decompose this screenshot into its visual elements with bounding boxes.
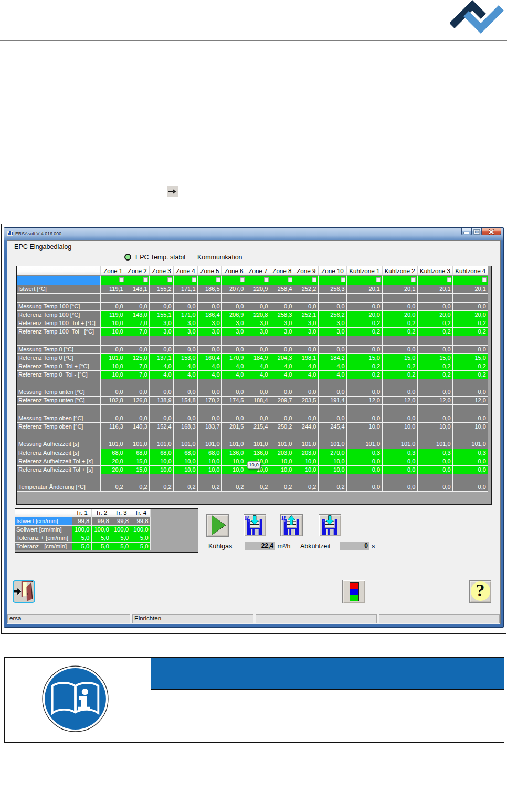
svg-text:R: R — [245, 514, 250, 522]
svg-text:R: R — [281, 514, 287, 522]
